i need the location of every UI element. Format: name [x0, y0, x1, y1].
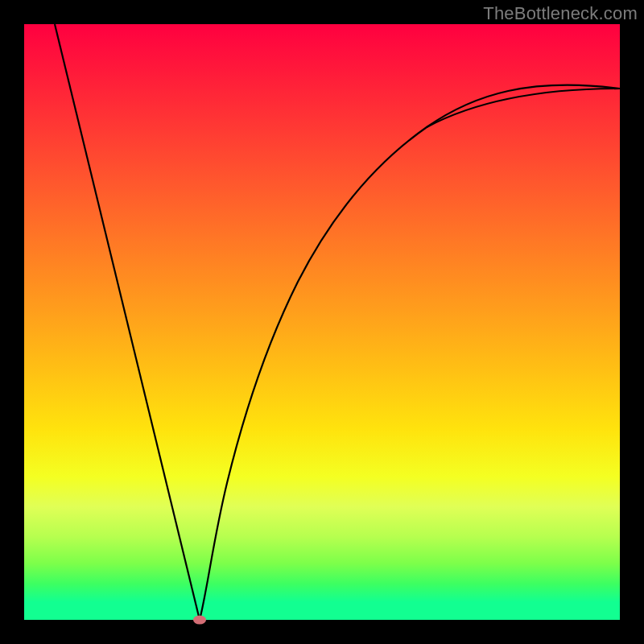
- curve-right: [200, 85, 620, 620]
- attribution-text: TheBottleneck.com: [483, 3, 638, 24]
- plot-area: [24, 24, 620, 620]
- chart-frame: TheBottleneck.com: [0, 0, 644, 644]
- min-marker: [193, 616, 206, 625]
- bottleneck-curve: [24, 24, 620, 620]
- curve-right-tail: [427, 89, 620, 127]
- curve-left: [55, 24, 200, 620]
